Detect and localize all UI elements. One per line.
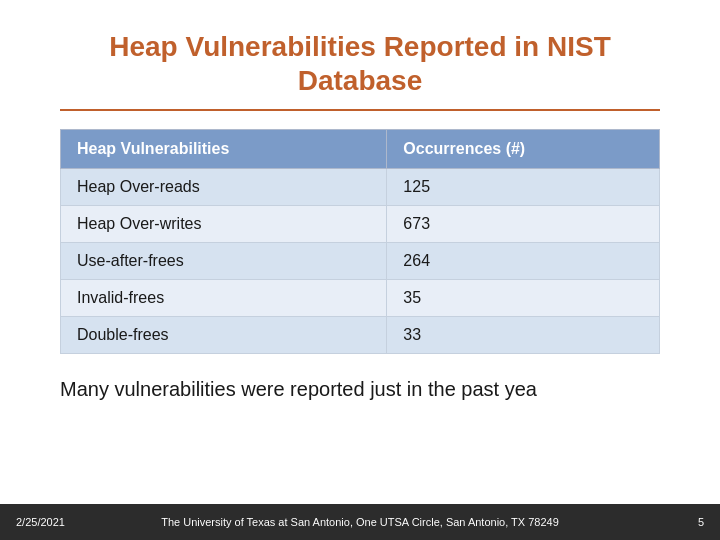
cell-vuln-name: Heap Over-writes [61,206,387,243]
page-number: 5 [644,516,704,528]
cell-vuln-name: Heap Over-reads [61,169,387,206]
table-row: Invalid-frees35 [61,280,660,317]
cell-vuln-name: Use-after-frees [61,243,387,280]
table-header-row: Heap Vulnerabilities Occurrences (#) [61,130,660,169]
title-line1: Heap Vulnerabilities Reported in NIST [109,31,611,62]
cell-occurrence-count: 673 [387,206,660,243]
table-body: Heap Over-reads125Heap Over-writes673Use… [61,169,660,354]
cell-occurrence-count: 35 [387,280,660,317]
slide-title: Heap Vulnerabilities Reported in NIST Da… [60,30,660,97]
slide-date: 2/25/2021 [16,516,76,528]
title-line2: Database [298,65,423,96]
cell-occurrence-count: 33 [387,317,660,354]
footer-text: Many vulnerabilities were reported just … [60,378,660,401]
slide-container: Heap Vulnerabilities Reported in NIST Da… [0,0,720,540]
vulnerabilities-table: Heap Vulnerabilities Occurrences (#) Hea… [60,129,660,354]
cell-occurrence-count: 125 [387,169,660,206]
bottom-bar: 2/25/2021 The University of Texas at San… [0,504,720,540]
cell-occurrence-count: 264 [387,243,660,280]
cell-vuln-name: Invalid-frees [61,280,387,317]
table-row: Heap Over-writes673 [61,206,660,243]
col-header-vuln: Heap Vulnerabilities [61,130,387,169]
table-row: Heap Over-reads125 [61,169,660,206]
table-wrapper: Heap Vulnerabilities Occurrences (#) Hea… [60,129,660,354]
title-divider [60,109,660,111]
university-name: The University of Texas at San Antonio, … [76,516,644,528]
cell-vuln-name: Double-frees [61,317,387,354]
table-row: Double-frees33 [61,317,660,354]
table-row: Use-after-frees264 [61,243,660,280]
main-content: Heap Vulnerabilities Reported in NIST Da… [0,0,720,540]
col-header-occurrences: Occurrences (#) [387,130,660,169]
